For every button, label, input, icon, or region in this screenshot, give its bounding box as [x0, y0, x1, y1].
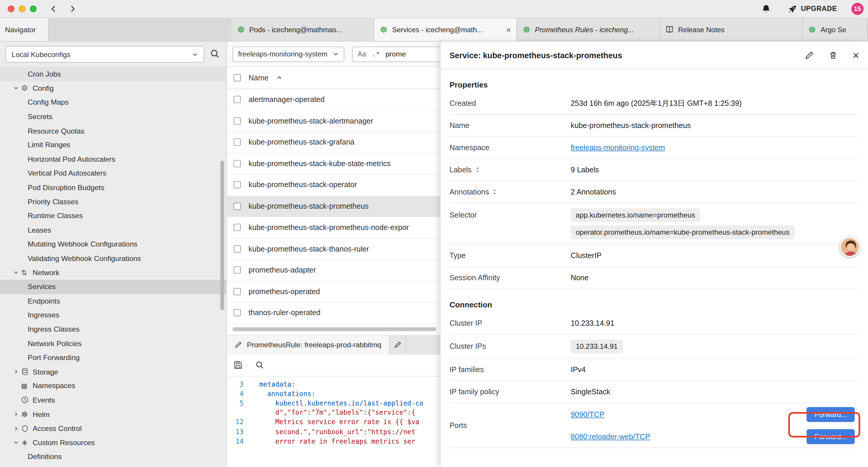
tab-close-icon[interactable]: × [506, 25, 511, 34]
edit-icon[interactable] [805, 51, 814, 60]
sidebar-item-access-control[interactable]: Access Control [0, 421, 226, 436]
unfold-icon[interactable] [474, 167, 480, 173]
kubeconfig-dropdown[interactable]: Local Kubeconfigs [6, 46, 205, 63]
chevron-down-icon[interactable] [11, 85, 21, 91]
kubeconfig-dropdown-value: Local Kubeconfigs [11, 50, 70, 59]
sort-caret-icon[interactable] [276, 75, 282, 81]
sidebar-item-services[interactable]: Services [0, 280, 226, 294]
tab-argo-se[interactable]: ☸Argo Se [803, 18, 868, 41]
row-checkbox[interactable] [234, 309, 241, 316]
sidebar-item-storage[interactable]: Storage [0, 365, 226, 379]
sidebar-item-events[interactable]: Events [0, 393, 226, 407]
editor-search-icon[interactable] [255, 360, 265, 370]
sidebar-item-horizontal-pod-autoscalers[interactable]: Horizontal Pod Autoscalers [0, 152, 226, 166]
tab-label: Services - icecheng@math... [392, 25, 483, 34]
sidebar-item-label: Horizontal Pod Autoscalers [28, 155, 116, 163]
row-checkbox[interactable] [234, 288, 241, 295]
forward-button[interactable]: Forward... [807, 407, 855, 422]
sidebar-item-network[interactable]: ⇅Network [0, 265, 226, 280]
sidebar-item-endpoints[interactable]: Endpoints [0, 294, 226, 308]
delete-icon[interactable] [829, 51, 838, 60]
sidebar-item-network-policies[interactable]: Network Policies [0, 337, 226, 351]
sidebar-item-cron-jobs[interactable]: Cron Jobs [0, 67, 226, 81]
sidebar-item-validating-webhook-configurations[interactable]: Validating Webhook Configurations [0, 251, 226, 265]
row-checkbox[interactable] [234, 267, 241, 274]
minimize-window-button[interactable] [19, 6, 25, 12]
section-heading-properties: Properties [450, 78, 859, 91]
row-checkbox[interactable] [234, 224, 241, 231]
row-checkbox[interactable] [234, 202, 241, 209]
upgrade-button[interactable]: UPGRADE [788, 4, 837, 13]
sidebar-item-config-maps[interactable]: Config Maps [0, 95, 226, 110]
name-column-header[interactable]: Name [248, 74, 268, 82]
port-link[interactable]: 9090/TCP [571, 410, 604, 418]
row-checkbox[interactable] [234, 117, 241, 124]
line-number [227, 408, 251, 418]
sidebar-item-definitions[interactable]: Definitions [0, 450, 226, 464]
detail-row-created: Created253d 16h 6m ago (2025年1月13日 GMT+8… [450, 92, 859, 115]
tab-prometheus-rules-icecheng[interactable]: ☸Prometheus Rules - icecheng... [517, 18, 660, 41]
sidebar-item-resource-quotas[interactable]: Resource Quotas [0, 124, 226, 138]
row-checkbox[interactable] [234, 181, 241, 188]
sidebar-item-ingress-classes[interactable]: Ingress Classes [0, 322, 226, 337]
sidebar-search-icon[interactable] [210, 49, 221, 60]
row-checkbox[interactable] [234, 139, 241, 146]
namespace-link[interactable]: freeleaps-monitoring-system [571, 143, 665, 152]
forward-button[interactable]: Forward... [807, 429, 855, 444]
notification-count-badge[interactable]: 15 [851, 3, 864, 15]
notifications-bell-icon[interactable] [761, 3, 772, 14]
dock-tab-partial[interactable] [390, 335, 406, 354]
namespace-dropdown[interactable]: freeleaps-monitoring-system [232, 46, 344, 61]
close-window-button[interactable] [8, 6, 14, 12]
code-text: kubectl.kubernetes.io/last-applied-co [251, 399, 423, 408]
sidebar-item-label: Mutating Webhook Configurations [28, 240, 138, 248]
chevron-right-icon[interactable] [11, 411, 21, 417]
sidebar-item-namespaces[interactable]: ▦Namespaces [0, 379, 226, 393]
sidebar-item-leases[interactable]: Leases [0, 223, 226, 237]
unfold-icon[interactable] [492, 189, 498, 195]
sidebar-item-label: Validating Webhook Configurations [28, 254, 141, 262]
chevron-down-icon[interactable] [11, 440, 21, 445]
sidebar-item-label: Services [28, 283, 56, 291]
port-link[interactable]: 8080:reloader-web/TCP [571, 432, 650, 440]
maximize-window-button[interactable] [30, 6, 36, 12]
avatar[interactable] [840, 237, 860, 257]
detail-label: Session Affinity [450, 274, 570, 282]
sidebar-item-limit-ranges[interactable]: Limit Ranges [0, 138, 226, 152]
dock-tab-prometheusrule[interactable]: PrometheusRule: freeleaps-prod-rabbitmq [227, 335, 390, 354]
close-icon[interactable]: × [852, 50, 859, 61]
save-icon[interactable] [234, 360, 243, 370]
sidebar-item-label: Limit Ranges [28, 141, 70, 149]
navigator-panel-tab[interactable]: Navigator [0, 18, 49, 41]
chevron-right-icon[interactable] [11, 369, 21, 375]
row-checkbox[interactable] [234, 96, 241, 103]
match-case-toggle[interactable]: Aa [358, 50, 366, 58]
sidebar-item-runtime-classes[interactable]: Runtime Classes [0, 209, 226, 223]
horizontal-scrollbar-thumb[interactable] [232, 327, 436, 331]
sidebar-item-secrets[interactable]: Secrets [0, 110, 226, 124]
sidebar-item-custom-resources[interactable]: Custom Resources [0, 436, 226, 450]
forward-arrow-icon[interactable] [68, 4, 78, 14]
row-checkbox[interactable] [234, 160, 241, 167]
sidebar-scrollbar[interactable] [220, 160, 224, 310]
sidebar-item-ingresses[interactable]: Ingresses [0, 308, 226, 322]
regex-toggle[interactable]: .* [372, 50, 380, 58]
sidebar-item-port-forwarding[interactable]: Port Forwarding [0, 351, 226, 365]
code-text: annotations: [251, 389, 315, 399]
chevron-down-icon[interactable] [11, 270, 21, 275]
sidebar-item-vertical-pod-autoscalers[interactable]: Vertical Pod Autoscalers [0, 166, 226, 180]
chevron-right-icon[interactable] [11, 426, 21, 431]
sidebar-item-mutating-webhook-configurations[interactable]: Mutating Webhook Configurations [0, 237, 226, 251]
sidebar-item-config[interactable]: ⚙Config [0, 81, 226, 95]
value-chip: operator.prometheus.io/name=kube-prometh… [571, 226, 795, 239]
tab-pods-icecheng-mathmas[interactable]: ☸Pods - icecheng@mathmas... [231, 18, 374, 41]
sidebar-item-helm[interactable]: ☸Helm [0, 407, 226, 421]
sidebar-item-priority-classes[interactable]: Priority Classes [0, 195, 226, 209]
tab-services-icecheng-math[interactable]: ☸Services - icecheng@math...× [374, 18, 517, 41]
detail-row-session-affinity: Session AffinityNone [450, 267, 859, 289]
row-checkbox[interactable] [234, 245, 241, 253]
select-all-checkbox[interactable] [234, 74, 241, 81]
sidebar-item-pod-disruption-budgets[interactable]: Pod Disruption Budgets [0, 180, 226, 195]
tab-release-notes[interactable]: Release Notes [660, 18, 802, 41]
back-arrow-icon[interactable] [49, 4, 59, 14]
